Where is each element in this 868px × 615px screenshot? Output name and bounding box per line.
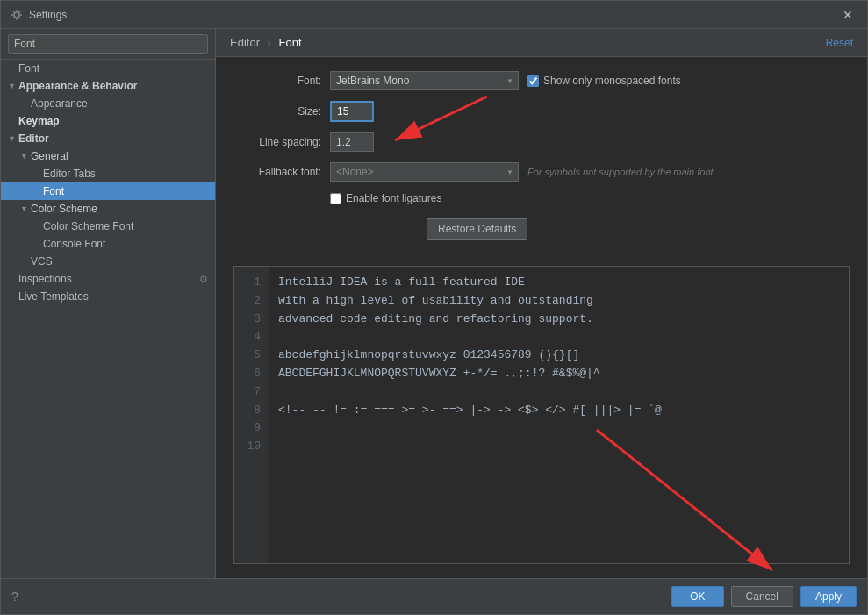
ligatures-row: Enable font ligatures (233, 192, 850, 204)
sidebar-item-live-templates[interactable]: Live Templates (1, 288, 215, 305)
sidebar-item-label: General (31, 150, 68, 162)
arrow-icon: ▼ (20, 204, 31, 213)
arrow-icon: ▼ (8, 134, 18, 143)
sidebar-item-inspections[interactable]: Inspections ⚙ (1, 270, 215, 288)
right-panel: Editor › Font Reset Font: JetBrains Mono… (216, 29, 867, 578)
fallback-font-select[interactable]: <None> (330, 162, 519, 182)
title-bar: Settings ✕ (1, 1, 867, 29)
monospaced-checkbox[interactable] (527, 75, 539, 87)
sidebar-item-label: Font (43, 185, 64, 197)
dialog-title: Settings (29, 9, 837, 21)
line-spacing-label: Line spacing: (233, 136, 330, 148)
fallback-hint: For symbols not supported by the main fo… (527, 167, 714, 177)
sidebar-item-label: Appearance (31, 97, 88, 110)
breadcrumb: Editor › Font (230, 36, 302, 49)
panel-body: Font: JetBrains Mono Consolas Courier Ne… (216, 57, 867, 578)
font-label: Font: (233, 75, 330, 87)
sidebar-item-label: Live Templates (18, 290, 89, 303)
sidebar-item-label: Font (18, 62, 39, 75)
settings-icon (10, 8, 24, 22)
sidebar-item-label: Console Font (43, 238, 105, 250)
font-select[interactable]: JetBrains Mono Consolas Courier New Fira… (330, 71, 519, 90)
fallback-select-wrapper: <None> (330, 162, 519, 182)
sidebar-item-label: Editor (18, 132, 49, 145)
bottom-bar: ? OK Cancel Apply (1, 578, 867, 614)
line-num: 9 (243, 419, 261, 438)
ligatures-label[interactable]: Enable font ligatures (346, 192, 441, 204)
line-num: 1 (243, 274, 261, 292)
sidebar-item-console-font[interactable]: Console Font (1, 235, 215, 253)
line-num: 3 (243, 311, 261, 329)
sidebar-item-label: VCS (31, 255, 53, 268)
close-button[interactable]: ✕ (837, 6, 858, 24)
sidebar-item-appearance[interactable]: Appearance (1, 95, 215, 112)
inspections-icon: ⚙ (199, 274, 208, 285)
sidebar-item-font[interactable]: Font (1, 182, 215, 200)
line-num: 5 (243, 347, 261, 365)
line-spacing-row: Line spacing: (233, 132, 850, 152)
apply-button[interactable]: Apply (800, 586, 857, 607)
monospaced-checkbox-wrapper: Show only monospaced fonts (527, 75, 681, 87)
line-spacing-input[interactable] (330, 132, 374, 152)
line-numbers: 1 2 3 4 5 6 7 8 9 10 (234, 267, 269, 563)
restore-defaults-button[interactable]: Restore Defaults (427, 218, 527, 240)
fallback-font-row: Fallback font: <None> For symbols not su… (233, 162, 850, 182)
sidebar-item-keymap[interactable]: Keymap (1, 112, 215, 130)
sidebar-item-color-scheme[interactable]: ▼ Color Scheme (1, 200, 215, 218)
breadcrumb-current: Font (279, 36, 302, 49)
line-num: 10 (243, 438, 261, 456)
code-preview: IntelliJ IDEA is a full-featured IDE wit… (269, 267, 849, 563)
line-num: 8 (243, 402, 261, 420)
size-label: Size: (233, 105, 330, 118)
line-num: 7 (243, 383, 261, 402)
ligatures-checkbox[interactable] (330, 193, 341, 204)
arrow-icon: ▼ (8, 82, 18, 90)
sidebar-item-label: Keymap (18, 115, 60, 127)
preview-area: 1 2 3 4 5 6 7 8 9 10 IntelliJ IDEA is a … (233, 266, 850, 564)
size-input[interactable] (330, 101, 374, 122)
svg-point-0 (14, 12, 19, 18)
sidebar-item-label: Color Scheme Font (43, 220, 133, 232)
breadcrumb-separator: › (268, 36, 271, 49)
breadcrumb-parent: Editor (230, 36, 260, 49)
sidebar-item-label: Editor Tabs (43, 168, 96, 180)
sidebar-item-general[interactable]: ▼ General (1, 147, 215, 165)
search-input[interactable] (8, 34, 208, 54)
panel-header: Editor › Font Reset (216, 29, 867, 57)
arrow-icon: ▼ (20, 152, 31, 161)
cancel-button[interactable]: Cancel (731, 586, 793, 607)
sidebar: Font ▼ Appearance & Behavior Appearance (1, 29, 216, 578)
sidebar-item-vcs[interactable]: VCS (1, 253, 215, 270)
sidebar-item-label: Inspections (18, 273, 72, 285)
sidebar-item-label: Appearance & Behavior (18, 80, 137, 92)
sidebar-item-label: Color Scheme (31, 203, 97, 215)
sidebar-item-color-scheme-font[interactable]: Color Scheme Font (1, 218, 215, 235)
ok-button[interactable]: OK (671, 586, 723, 607)
line-num: 6 (243, 365, 261, 383)
search-box (1, 29, 215, 60)
size-row: Size: (233, 101, 850, 122)
monospaced-label[interactable]: Show only monospaced fonts (543, 75, 681, 87)
help-icon[interactable]: ? (11, 590, 18, 604)
line-num: 2 (243, 292, 261, 311)
sidebar-item-editor[interactable]: ▼ Editor (1, 130, 215, 147)
sidebar-tree: Font ▼ Appearance & Behavior Appearance (1, 60, 215, 578)
sidebar-item-editor-tabs[interactable]: Editor Tabs (1, 165, 215, 182)
sidebar-item-appearance-behavior[interactable]: ▼ Appearance & Behavior (1, 77, 215, 95)
sidebar-item-font-top[interactable]: Font (1, 60, 215, 77)
fallback-font-label: Fallback font: (233, 166, 330, 178)
font-row: Font: JetBrains Mono Consolas Courier Ne… (233, 71, 850, 90)
font-select-wrapper: JetBrains Mono Consolas Courier New Fira… (330, 71, 519, 90)
reset-button[interactable]: Reset (826, 37, 853, 49)
line-num: 4 (243, 328, 261, 347)
